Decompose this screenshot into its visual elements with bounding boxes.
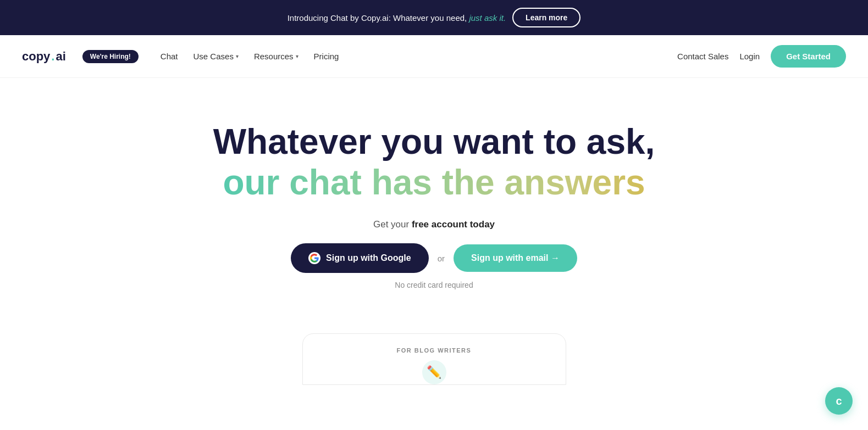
hero-section: Whatever you want to ask, our chat has t… bbox=[187, 78, 682, 322]
google-icon bbox=[308, 252, 320, 264]
banner-text: Introducing Chat by Copy.ai: Whatever yo… bbox=[288, 13, 506, 23]
email-signup-button[interactable]: Sign up with email → bbox=[454, 244, 577, 272]
chevron-down-icon: ▾ bbox=[236, 53, 239, 59]
chevron-down-icon: ▾ bbox=[296, 53, 298, 59]
card-icon-row: ✏️ bbox=[325, 360, 544, 384]
logo-dot: . bbox=[51, 49, 54, 64]
hero-title-line1: Whatever you want to ask, bbox=[198, 122, 671, 163]
blog-writer-icon: ✏️ bbox=[422, 360, 446, 384]
bottom-card-container: FOR BLOG WRITERS ✏️ bbox=[0, 322, 868, 385]
card-label: FOR BLOG WRITERS bbox=[325, 347, 544, 354]
hero-title-line2: our chat has the answers bbox=[198, 163, 671, 203]
nav-links: Chat Use Cases ▾ Resources ▾ Pricing bbox=[161, 52, 666, 61]
nav-item-pricing[interactable]: Pricing bbox=[314, 52, 339, 61]
cta-row: Sign up with Google or Sign up with emai… bbox=[198, 243, 671, 273]
nav-item-resources[interactable]: Resources ▾ bbox=[254, 52, 298, 61]
nav-right: Contact Sales Login Get Started bbox=[677, 45, 846, 68]
logo: copy.ai bbox=[22, 49, 66, 64]
hero-title: Whatever you want to ask, our chat has t… bbox=[198, 122, 671, 203]
bottom-card: FOR BLOG WRITERS ✏️ bbox=[302, 333, 566, 385]
contact-sales-button[interactable]: Contact Sales bbox=[677, 52, 728, 61]
learn-more-button[interactable]: Learn more bbox=[512, 8, 580, 27]
nav-item-chat[interactable]: Chat bbox=[161, 52, 178, 61]
login-button[interactable]: Login bbox=[739, 52, 760, 61]
no-credit-card-text: No credit card required bbox=[198, 281, 671, 289]
logo-copy: copy bbox=[22, 49, 50, 64]
google-signup-button[interactable]: Sign up with Google bbox=[291, 243, 429, 273]
get-started-button[interactable]: Get Started bbox=[771, 45, 846, 68]
hiring-badge[interactable]: We're Hiring! bbox=[82, 50, 139, 63]
navbar: copy.ai We're Hiring! Chat Use Cases ▾ R… bbox=[0, 35, 868, 78]
google-signup-label: Sign up with Google bbox=[326, 253, 411, 263]
nav-item-use-cases[interactable]: Use Cases ▾ bbox=[193, 52, 239, 61]
hero-subtitle: Get your free account today bbox=[198, 219, 671, 230]
announcement-banner: Introducing Chat by Copy.ai: Whatever yo… bbox=[0, 0, 868, 35]
or-divider: or bbox=[438, 254, 445, 263]
logo-ai: ai bbox=[56, 49, 65, 64]
